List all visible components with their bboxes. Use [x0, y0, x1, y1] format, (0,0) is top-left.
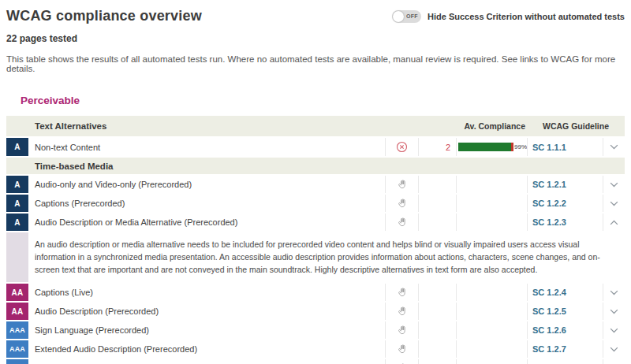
hide-criteria-toggle-group: OFF Hide Success Criterion without autom… [392, 10, 625, 23]
fail-count [418, 340, 456, 358]
wcag-guideline-link[interactable]: SC 1.2.5 [532, 306, 566, 316]
table-row[interactable]: AAA Extended Audio Description (Prerecor… [6, 340, 625, 359]
chevron-down-icon[interactable] [603, 340, 625, 358]
wcag-guideline-link[interactable]: SC 1.2.2 [532, 199, 566, 208]
fail-count [418, 214, 456, 231]
level-badge: AA [6, 284, 28, 301]
compliance-bar-cell [456, 214, 527, 231]
toggle-switch[interactable]: OFF [392, 10, 421, 23]
table-row[interactable]: AA Audio Description (Prerecorded) SC 1.… [6, 303, 625, 321]
compliance-bar-cell [456, 359, 527, 364]
chevron-down-icon[interactable] [603, 284, 625, 301]
fail-circle-x-icon [396, 141, 408, 153]
compliance-bar [458, 143, 513, 151]
compliance-bar-cell [456, 195, 527, 212]
wcag-guideline-cell: SC 1.2.5 [527, 303, 603, 320]
column-header-wcag-guideline: WCAG Guideline [527, 116, 625, 136]
compliance-table: Text Alternatives Av. Compliance WCAG Gu… [6, 116, 625, 364]
manual-review-hand-icon [385, 303, 418, 320]
level-badge: A [6, 195, 28, 212]
expanded-description-row: An audio description or media alternativ… [6, 232, 625, 284]
chevron-down-icon[interactable] [603, 138, 625, 156]
manual-review-hand-icon [385, 195, 418, 212]
group-header-text-alternatives: Text Alternatives Av. Compliance WCAG Gu… [6, 116, 625, 138]
chevron-down-icon[interactable] [603, 176, 625, 193]
level-badge: A [6, 176, 28, 193]
criterion-name: Captions (Live) [28, 284, 385, 301]
manual-review-hand-icon [385, 176, 418, 193]
fail-count [418, 321, 456, 339]
table-row[interactable]: AAA Sign Language (Prerecorded) SC 1.2.6 [6, 321, 625, 340]
compliance-bar-cell [456, 321, 527, 339]
chevron-down-icon[interactable] [603, 195, 625, 212]
table-row[interactable]: A Non-text Content 2 99% SC 1.1.1 [6, 138, 625, 158]
column-header-av-compliance: Av. Compliance [418, 116, 527, 136]
compliance-bar-cell: 99% [456, 138, 527, 156]
manual-review-hand-icon [385, 359, 418, 364]
compliance-bar-cell [456, 284, 527, 301]
manual-review-hand-icon [385, 321, 418, 339]
criterion-name: Non-text Content [28, 138, 385, 156]
expanded-row-level-column [6, 232, 28, 282]
fail-count [418, 284, 456, 301]
group-header-time-based-media: Time-based Media [6, 158, 625, 176]
group-title: Text Alternatives [28, 116, 385, 136]
table-row[interactable]: A Audio Description or Media Alternative… [6, 214, 625, 232]
compliance-bar-pass [458, 143, 511, 151]
criterion-name: Media Alternative (Prerecorded) [28, 359, 385, 364]
principle-heading: Perceivable [21, 95, 625, 106]
fail-count [418, 176, 456, 193]
group-title: Time-based Media [28, 158, 385, 174]
toggle-label: Hide Success Criterion without automated… [428, 12, 625, 21]
compliance-bar-cell [456, 303, 527, 320]
manual-review-hand-icon [385, 214, 418, 231]
page-header: WCAG compliance overview OFF Hide Succes… [6, 8, 625, 24]
level-badge: AAA [6, 321, 28, 339]
chevron-down-icon[interactable] [603, 359, 625, 364]
criterion-description: An audio description or media alternativ… [28, 232, 625, 282]
wcag-guideline-cell: SC 1.2.8 [527, 359, 603, 364]
wcag-guideline-cell: SC 1.2.7 [527, 340, 603, 358]
level-badge: AAA [6, 340, 28, 358]
compliance-bar-cell [456, 176, 527, 193]
toggle-state-label: OFF [406, 13, 418, 19]
page-title: WCAG compliance overview [6, 8, 202, 24]
page-description: This table shows the results of all auto… [6, 54, 625, 73]
level-badge: AA [6, 303, 28, 320]
criterion-name: Captions (Prerecorded) [28, 195, 385, 212]
toggle-knob [393, 11, 404, 22]
wcag-guideline-cell: SC 1.2.6 [527, 321, 603, 339]
table-row[interactable]: A Captions (Prerecorded) SC 1.2.2 [6, 195, 625, 214]
compliance-percentage: 99% [514, 143, 527, 150]
wcag-guideline-cell: SC 1.1.1 [527, 138, 603, 156]
fail-count: 2 [418, 138, 456, 156]
table-row[interactable]: A Audio-only and Video-only (Prerecorded… [6, 176, 625, 195]
table-row[interactable]: AA Captions (Live) SC 1.2.4 [6, 284, 625, 303]
wcag-guideline-cell: SC 1.2.1 [527, 176, 603, 193]
wcag-guideline-link[interactable]: SC 1.2.4 [532, 288, 566, 297]
level-badge: A [6, 138, 28, 156]
wcag-guideline-link[interactable]: SC 1.1.1 [532, 143, 566, 152]
wcag-guideline-cell: SC 1.2.2 [527, 195, 603, 212]
wcag-guideline-cell: SC 1.2.4 [527, 284, 603, 301]
table-row[interactable]: AAA Media Alternative (Prerecorded) SC 1… [6, 359, 625, 364]
wcag-guideline-link[interactable]: SC 1.2.7 [532, 344, 566, 354]
criterion-name: Extended Audio Description (Prerecorded) [28, 340, 385, 358]
fail-count [418, 359, 456, 364]
level-badge: AAA [6, 359, 28, 364]
compliance-bar-cell [456, 340, 527, 358]
criterion-name: Audio-only and Video-only (Prerecorded) [28, 176, 385, 193]
criterion-name: Audio Description (Prerecorded) [28, 303, 385, 320]
criterion-name: Audio Description or Media Alternative (… [28, 214, 385, 231]
fail-count [418, 303, 456, 320]
wcag-guideline-link[interactable]: SC 1.2.3 [532, 217, 566, 227]
wcag-guideline-link[interactable]: SC 1.2.1 [532, 180, 566, 189]
chevron-up-icon[interactable] [603, 214, 625, 231]
chevron-down-icon[interactable] [603, 321, 625, 339]
pages-tested-subtitle: 22 pages tested [6, 33, 625, 44]
page: WCAG compliance overview OFF Hide Succes… [0, 0, 631, 364]
wcag-guideline-link[interactable]: SC 1.2.6 [532, 325, 566, 335]
chevron-down-icon[interactable] [603, 303, 625, 320]
compliance-bar-fail [511, 143, 513, 151]
wcag-guideline-cell: SC 1.2.3 [527, 214, 603, 231]
